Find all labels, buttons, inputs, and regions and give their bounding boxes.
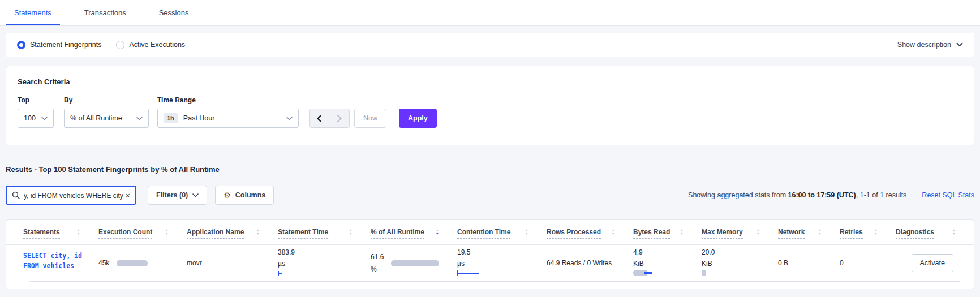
- tab-statements[interactable]: Statements: [6, 0, 60, 25]
- pct-runtime-unit: %: [371, 263, 384, 276]
- table-header-row: Statements ▲▼ Execution Count ▲▼ Applica…: [6, 220, 974, 245]
- sort-icon[interactable]: ▲▼: [349, 229, 353, 235]
- show-description-toggle[interactable]: Show description: [897, 41, 963, 49]
- col-header-application-name[interactable]: Application Name ▲▼: [187, 228, 278, 239]
- activate-diagnostics-button[interactable]: Activate: [912, 254, 953, 272]
- sort-icon[interactable]: ▲▼: [77, 229, 80, 235]
- chevron-down-icon: [286, 117, 293, 120]
- radio-label: Statement Fingerprints: [30, 41, 101, 49]
- row-divider: [29, 281, 960, 282]
- by-field: By % of All Runtime: [54, 96, 149, 128]
- time-range-badge: 1h: [164, 113, 178, 123]
- previous-time-range-button[interactable]: [310, 109, 329, 127]
- tab-sessions[interactable]: Sessions: [151, 0, 197, 25]
- sort-icon[interactable]: ▲▼: [525, 229, 528, 235]
- application-name-cell: movr: [187, 245, 278, 281]
- pct-runtime-bar: [391, 260, 439, 266]
- view-toggle-bar: Statement Fingerprints Active Executions…: [6, 33, 974, 57]
- col-header-statement-time[interactable]: Statement Time ▲▼: [278, 228, 371, 239]
- aggregated-stats-text: Showing aggregated stats from 16:00 to 1…: [688, 191, 906, 199]
- chevron-down-icon: [41, 117, 48, 120]
- bytes-read-bar: [633, 270, 652, 276]
- columns-button[interactable]: ⚙ Columns: [215, 186, 274, 205]
- contention-time-bar: [457, 270, 480, 276]
- radio-label: Active Executions: [129, 41, 185, 49]
- sort-icon[interactable]: ▲▼: [818, 229, 822, 235]
- sort-icon[interactable]: ▲▼: [874, 229, 878, 235]
- col-header-diagnostics[interactable]: Diagnostics ▲▼: [896, 228, 974, 239]
- statement-time-value: 383.9: [278, 248, 371, 256]
- sort-icon[interactable]: ▲▼: [757, 229, 760, 235]
- bytes-read-cell: 4.9 KiB: [633, 245, 702, 281]
- sort-icon-active-desc[interactable]: ▲▼: [436, 229, 439, 235]
- execution-count-bar: [117, 260, 148, 266]
- tab-transactions[interactable]: Transactions: [76, 0, 135, 25]
- search-input[interactable]: y, id FROM vehicles WHERE city = $1 ×: [6, 186, 136, 205]
- radio-active-executions[interactable]: Active Executions: [116, 41, 185, 49]
- contention-time-value: 19.5: [457, 248, 547, 256]
- results-table: Statements ▲▼ Execution Count ▲▼ Applica…: [6, 219, 974, 289]
- apply-button[interactable]: Apply: [399, 109, 437, 128]
- by-select-value: % of All Runtime: [70, 114, 136, 122]
- stats-time-range: 16:00 to 17:59 (UTC): [788, 191, 856, 199]
- search-criteria-controls: Top 100 By % of All Runtime Time Range 1…: [18, 96, 962, 128]
- rows-processed-cell: 64.9 Reads / 0 Writes: [547, 245, 633, 281]
- bytes-read-unit: KiB: [633, 260, 702, 268]
- vertical-divider: [914, 188, 914, 202]
- reset-sql-stats-link[interactable]: Reset SQL Stats: [922, 191, 974, 199]
- statement-time-bar: [278, 271, 283, 276]
- col-header-execution-count[interactable]: Execution Count ▲▼: [98, 228, 187, 239]
- show-description-label: Show description: [897, 41, 951, 49]
- network-value: 0 B: [778, 259, 788, 267]
- top-label: Top: [18, 96, 54, 104]
- max-memory-bar: [702, 270, 706, 276]
- col-header-bytes-read[interactable]: Bytes Read ▲▼: [633, 228, 702, 239]
- top-select[interactable]: 100: [18, 109, 54, 128]
- by-select[interactable]: % of All Runtime: [64, 109, 149, 128]
- max-memory-cell: 20.0 KiB: [702, 245, 778, 281]
- col-header-pct-of-all-runtime[interactable]: % of All Runtime ▲▼: [371, 228, 457, 239]
- clear-search-icon[interactable]: ×: [125, 191, 130, 200]
- col-header-contention-time[interactable]: Contention Time ▲▼: [457, 228, 547, 239]
- sort-icon[interactable]: ▲▼: [680, 229, 684, 235]
- time-range-select[interactable]: 1h Past Hour: [157, 109, 299, 128]
- chevron-left-icon: [317, 115, 321, 122]
- statement-fingerprint-link[interactable]: SELECT city, id FROM vehicles: [23, 249, 82, 272]
- col-header-retries[interactable]: Retries ▲▼: [840, 228, 896, 239]
- chevron-right-icon: [337, 115, 342, 122]
- retries-value: 0: [840, 259, 844, 267]
- rows-processed-value: 64.9 Reads / 0 Writes: [547, 259, 612, 267]
- results-heading: Results - Top 100 Statement Fingerprints…: [6, 165, 974, 174]
- col-header-max-memory[interactable]: Max Memory ▲▼: [702, 228, 778, 239]
- tab-bar: Statements Transactions Sessions: [0, 0, 980, 26]
- sort-icon[interactable]: ▲▼: [952, 229, 956, 235]
- chevron-down-icon: [192, 193, 199, 197]
- chevron-down-icon: [956, 42, 963, 47]
- pct-runtime-value: 61.6: [371, 251, 384, 263]
- next-time-range-button[interactable]: [329, 109, 349, 127]
- filters-button[interactable]: Filters (0): [148, 186, 207, 205]
- search-icon: [12, 191, 20, 199]
- col-header-statements[interactable]: Statements ▲▼: [23, 228, 98, 239]
- sort-icon[interactable]: ▲▼: [256, 229, 260, 235]
- radio-statement-fingerprints[interactable]: Statement Fingerprints: [17, 41, 101, 49]
- col-header-rows-processed[interactable]: Rows Processed ▲▼: [547, 228, 633, 239]
- top-field: Top 100: [18, 96, 54, 128]
- application-name-value: movr: [187, 259, 202, 267]
- col-header-network[interactable]: Network ▲▼: [778, 228, 840, 239]
- radio-unselected-icon[interactable]: [116, 41, 124, 49]
- radio-selected-icon[interactable]: [17, 41, 25, 49]
- contention-time-unit: µs: [457, 260, 547, 268]
- search-criteria-title: Search Criteria: [18, 78, 962, 86]
- now-button[interactable]: Now: [354, 109, 386, 128]
- statement-time-cell: 383.9 µs: [278, 245, 371, 281]
- pct-runtime-cell: 61.6 %: [371, 245, 457, 281]
- sort-icon[interactable]: ▲▼: [165, 229, 169, 235]
- sort-icon[interactable]: ▲▼: [612, 229, 615, 235]
- retries-cell: 0: [840, 245, 896, 281]
- diagnostics-cell: Activate: [896, 245, 974, 281]
- execution-count-value: 45k: [98, 259, 109, 267]
- chevron-down-icon: [136, 117, 143, 120]
- table-row: SELECT city, id FROM vehicles 45k movr 3…: [6, 245, 974, 281]
- execution-count-cell: 45k: [98, 245, 187, 281]
